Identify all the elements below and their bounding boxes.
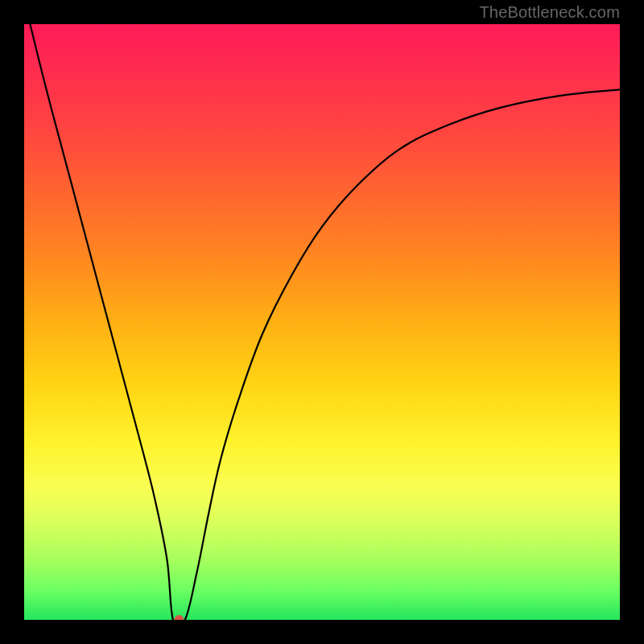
chart-frame: TheBottleneck.com xyxy=(0,0,644,644)
minimum-marker xyxy=(174,615,184,620)
watermark-text: TheBottleneck.com xyxy=(479,3,620,22)
bottleneck-curve xyxy=(30,24,620,620)
curve-svg xyxy=(24,24,620,620)
plot-area xyxy=(24,24,620,620)
